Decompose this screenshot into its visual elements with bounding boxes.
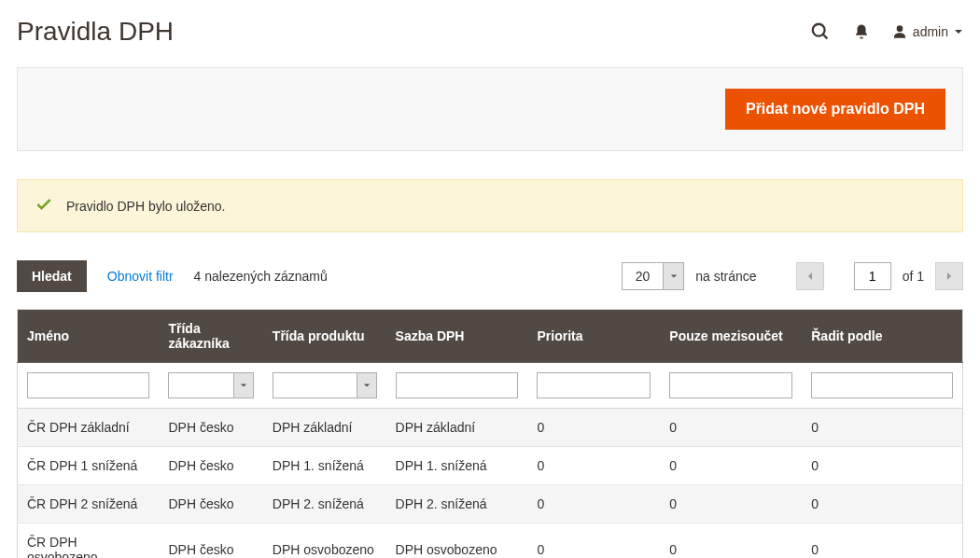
tax-rules-grid: Jméno Třída zákazníka Třída produktu Saz… — [17, 309, 963, 558]
filter-customer-class-select[interactable] — [168, 372, 253, 398]
action-toolbar: Přidat nové pravidlo DPH — [17, 67, 963, 151]
cell-customer_class: DPH česko — [159, 447, 262, 485]
cell-customer_class: DPH česko — [159, 523, 262, 559]
cell-sort_order: 0 — [802, 447, 962, 485]
cell-name: ČR DPH 1 snížená — [18, 447, 160, 485]
cell-product_class: DPH 2. snížená — [263, 485, 386, 523]
table-row[interactable]: ČR DPH 1 sníženáDPH českoDPH 1. sníženáD… — [18, 447, 963, 485]
per-page-label: na stránce — [695, 269, 756, 284]
cell-priority: 0 — [527, 523, 660, 559]
filter-row — [18, 363, 963, 409]
col-header-name[interactable]: Jméno — [18, 310, 160, 363]
bell-icon[interactable] — [853, 23, 870, 40]
col-header-priority[interactable]: Priorita — [527, 310, 660, 363]
prev-page-button[interactable] — [796, 262, 824, 290]
next-page-button[interactable] — [935, 262, 963, 290]
search-button[interactable]: Hledat — [17, 260, 87, 292]
cell-subtotal_only: 0 — [660, 485, 802, 523]
reset-filter-link[interactable]: Obnovit filtr — [107, 269, 174, 284]
cell-name: ČR DPH osvobozeno — [18, 523, 160, 559]
filter-priority-input[interactable] — [537, 372, 651, 398]
search-icon[interactable] — [810, 21, 831, 42]
user-menu[interactable]: admin — [892, 24, 963, 39]
table-row[interactable]: ČR DPH základníDPH českoDPH základníDPH … — [18, 409, 963, 447]
cell-rate: DPH 1. snížená — [386, 447, 528, 485]
cell-customer_class: DPH česko — [159, 485, 262, 523]
filter-subtotal-input[interactable] — [669, 372, 792, 398]
page-title: Pravidla DPH — [17, 17, 174, 47]
chevron-down-icon — [663, 263, 683, 289]
col-header-subtotal[interactable]: Pouze mezisoučet — [660, 310, 802, 363]
table-row[interactable]: ČR DPH osvobozenoDPH českoDPH osvobozeno… — [18, 523, 963, 559]
cell-sort_order: 0 — [802, 485, 962, 523]
cell-priority: 0 — [527, 447, 660, 485]
cell-sort_order: 0 — [802, 409, 962, 447]
cell-priority: 0 — [527, 409, 660, 447]
page-size-value: 20 — [623, 263, 664, 289]
col-header-rate[interactable]: Sazba DPH — [386, 310, 528, 363]
svg-point-0 — [813, 24, 825, 36]
cell-customer_class: DPH česko — [159, 409, 262, 447]
chevron-left-icon — [805, 272, 815, 281]
of-label: of 1 — [903, 269, 924, 284]
cell-rate: DPH základní — [386, 409, 528, 447]
chevron-down-icon — [954, 27, 963, 36]
col-header-customer-class[interactable]: Třída zákazníka — [159, 310, 262, 363]
cell-rate: DPH osvobozeno — [386, 523, 528, 559]
success-message: Pravidlo DPH bylo uloženo. — [17, 179, 963, 232]
cell-product_class: DPH osvobozeno — [263, 523, 386, 559]
col-header-sort[interactable]: Řadit podle — [802, 310, 962, 363]
cell-sort_order: 0 — [802, 523, 962, 559]
cell-priority: 0 — [527, 485, 660, 523]
filter-rate-input[interactable] — [396, 372, 519, 398]
cell-subtotal_only: 0 — [660, 447, 802, 485]
cell-subtotal_only: 0 — [660, 409, 802, 447]
cell-product_class: DPH základní — [263, 409, 386, 447]
chevron-down-icon — [357, 372, 377, 398]
filter-sort-input[interactable] — [811, 372, 953, 398]
page-input[interactable] — [854, 262, 891, 290]
col-header-product-class[interactable]: Třída produktu — [263, 310, 386, 363]
check-icon — [35, 195, 53, 216]
user-label: admin — [913, 24, 948, 39]
cell-subtotal_only: 0 — [660, 523, 802, 559]
page-size-select[interactable]: 20 — [622, 262, 685, 290]
table-row[interactable]: ČR DPH 2 sníženáDPH českoDPH 2. sníženáD… — [18, 485, 963, 523]
message-text: Pravidlo DPH bylo uloženo. — [66, 199, 225, 214]
chevron-right-icon — [945, 272, 954, 281]
filter-product-class-select[interactable] — [273, 372, 377, 398]
cell-product_class: DPH 1. snížená — [263, 447, 386, 485]
filter-name-input[interactable] — [27, 372, 149, 398]
user-icon — [892, 24, 907, 39]
svg-line-1 — [823, 35, 828, 39]
records-count: 4 nalezených záznamů — [194, 269, 328, 284]
add-rule-button[interactable]: Přidat nové pravidlo DPH — [725, 89, 945, 130]
cell-name: ČR DPH základní — [18, 409, 160, 447]
cell-name: ČR DPH 2 snížená — [18, 485, 160, 523]
chevron-down-icon — [233, 372, 254, 398]
cell-rate: DPH 2. snížená — [386, 485, 528, 523]
